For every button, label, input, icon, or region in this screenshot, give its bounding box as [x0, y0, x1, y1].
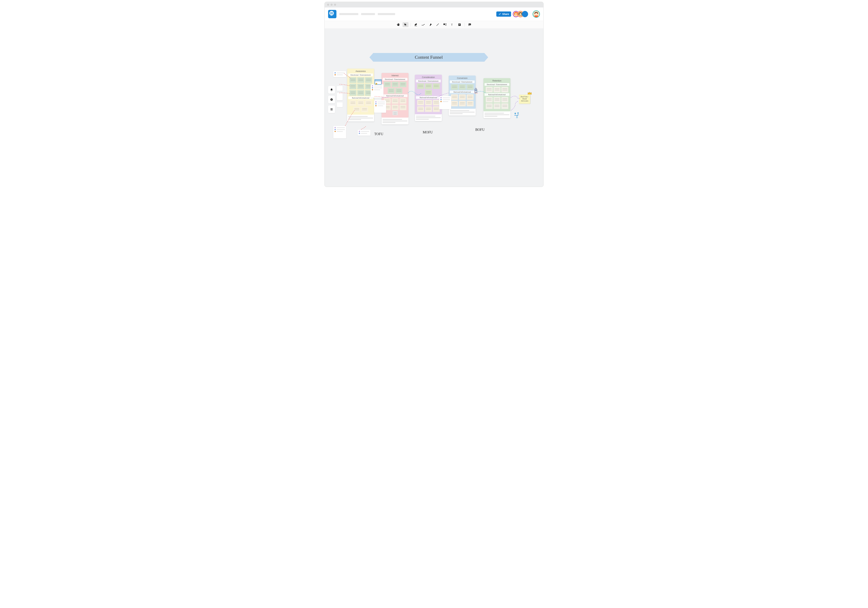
tool-marker[interactable]: [428, 22, 433, 27]
svg-rect-14: [443, 23, 445, 25]
share-button-label: Share: [502, 13, 509, 16]
header-actions: Share: [496, 11, 540, 18]
canvas[interactable]: Content Funnel Awaraness Emotional / Ent…: [325, 29, 543, 187]
avatar-me[interactable]: [533, 11, 540, 18]
svg-rect-11: [535, 16, 538, 17]
share-button[interactable]: Share: [496, 11, 511, 17]
window-min-dot[interactable]: [330, 4, 333, 6]
svg-point-8: [520, 14, 520, 14]
svg-point-4: [515, 14, 516, 14]
svg-point-16: [445, 23, 446, 24]
connectors: [325, 29, 543, 176]
svg-point-5: [516, 14, 517, 14]
breadcrumb-placeholder: [361, 13, 375, 15]
breadcrumb-placeholder: [378, 13, 395, 15]
tool-line[interactable]: [435, 22, 440, 27]
toolbar: T: [325, 21, 543, 29]
tool-select[interactable]: [403, 22, 408, 27]
tool-pen[interactable]: [420, 22, 426, 27]
svg-rect-20: [459, 25, 460, 25]
breadcrumb-placeholder: [339, 13, 358, 15]
browser-window: Share T: [324, 2, 544, 187]
svg-rect-19: [459, 24, 460, 25]
window-max-dot[interactable]: [334, 4, 336, 6]
tool-text[interactable]: T: [449, 22, 455, 27]
avatar-more[interactable]: [522, 11, 528, 17]
svg-marker-15: [445, 25, 446, 25]
tool-eraser[interactable]: [413, 22, 419, 27]
svg-point-13: [424, 24, 425, 25]
tool-hand[interactable]: [395, 22, 401, 27]
app-header: Share: [325, 8, 543, 21]
svg-point-3: [515, 13, 517, 15]
svg-point-9: [521, 14, 521, 14]
browser-titlebar: [325, 2, 543, 8]
svg-point-12: [535, 13, 538, 15]
app-logo[interactable]: [328, 10, 336, 18]
tool-comment[interactable]: [467, 22, 473, 27]
collaborator-avatars: [513, 11, 528, 17]
tool-shapes[interactable]: [442, 22, 448, 27]
tool-note[interactable]: [457, 22, 462, 27]
window-close-dot[interactable]: [327, 4, 329, 6]
svg-point-7: [519, 13, 521, 15]
svg-text:T: T: [451, 23, 453, 26]
link-icon: [498, 13, 501, 16]
